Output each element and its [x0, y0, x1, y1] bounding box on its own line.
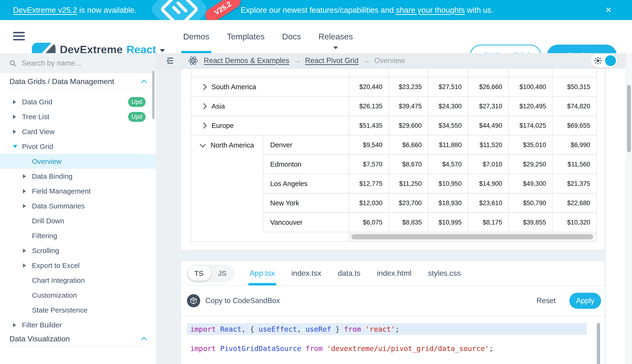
sun-icon	[594, 56, 602, 65]
sidebar-item-card-view[interactable]: Card View	[0, 124, 156, 139]
tab-styles-css[interactable]: styles.css	[428, 261, 461, 286]
pivot-value-cell: $8,835	[389, 213, 429, 232]
pivot-region-row: South America$20,440$23,235$27,510$26,66…	[191, 78, 596, 97]
pivot-value-cell: $8,670	[389, 155, 429, 174]
triangle-right-icon	[23, 264, 32, 268]
banner-close-icon[interactable]: ✕	[605, 0, 612, 20]
page-scrollbar-thumb[interactable]	[627, 85, 631, 152]
releases-dropdown-caret-icon	[333, 46, 338, 49]
pivot-value-cell: $6,075	[349, 213, 389, 232]
sidebar-section-title: Data Grids / Data Management	[10, 77, 114, 86]
sidebar-item-pivot-grid[interactable]: Pivot Grid	[0, 139, 156, 154]
nav-item-label: Templates	[227, 32, 265, 41]
devextreme-box-icon	[149, 0, 210, 20]
sidebar-scrollbar-thumb[interactable]	[152, 71, 155, 119]
tab-data-ts[interactable]: data.ts	[338, 261, 360, 286]
pivot-grid-demo-card: South America$20,440$23,235$27,510$26,66…	[181, 68, 605, 250]
pivot-region-row: Asia$26,135$39,475$24,300$27,310$120,495…	[191, 97, 596, 116]
sidebar-item-list: Data GridUpdTree ListUpdCard ViewPivot G…	[0, 90, 156, 332]
pivot-value-cell: $10,995	[429, 213, 469, 232]
sidebar-item-customization[interactable]: Customization	[0, 288, 156, 303]
pivot-value-cell: $10,950	[429, 174, 469, 194]
pivot-value-cell: $174,025	[509, 116, 553, 136]
sidebar-section-1[interactable]: Data Visualization	[0, 332, 156, 345]
apply-button[interactable]: Apply	[569, 293, 601, 309]
pivot-city-cell: Los Angeles	[263, 174, 349, 194]
language-toggle[interactable]: TS JS	[187, 265, 234, 282]
search-input[interactable]	[21, 59, 121, 68]
pivot-clipped-cell	[429, 69, 469, 78]
sidebar-item-state-persistence[interactable]: State Persistence	[0, 303, 156, 318]
nav-item-releases[interactable]: Releases	[318, 20, 353, 53]
nav-item-docs[interactable]: Docs	[282, 20, 301, 53]
sidebar-item-label: Data Binding	[32, 172, 73, 180]
page-scrollbar[interactable]	[626, 53, 632, 364]
sidebar-section-title: Data Visualization	[10, 334, 70, 343]
sidebar-item-data-grid[interactable]: Data GridUpd	[0, 94, 156, 109]
pivot-horizontal-scrollbar-thumb[interactable]	[351, 234, 593, 239]
version-badge: V25.2	[203, 0, 243, 20]
upd-badge: Upd	[128, 112, 146, 122]
code-token	[323, 344, 327, 353]
pivot-region-cell[interactable]: Asia	[191, 97, 349, 116]
framework-dropdown-caret-icon[interactable]	[160, 49, 165, 52]
tab-app-tsx[interactable]: App.tsx	[250, 261, 275, 286]
upd-badge: Upd	[128, 97, 146, 107]
code-scrollbar-thumb[interactable]	[597, 323, 600, 364]
breadcrumb-demos-link[interactable]: React Demos & Examples	[204, 56, 289, 65]
sidebar-item-label: Scrolling	[32, 247, 59, 255]
sidebar-item-field-management[interactable]: Field Management	[0, 184, 156, 198]
sidebar-item-drill-down[interactable]: Drill Down	[0, 214, 156, 228]
sidebar-item-filter-builder[interactable]: Filter Builder	[0, 318, 156, 332]
pivot-value-cell: $18,930	[429, 194, 469, 213]
breadcrumb-pivot-grid-link[interactable]: React Pivot Grid	[305, 56, 358, 65]
theme-toggle-knob[interactable]	[605, 55, 616, 66]
sidebar-item-data-binding[interactable]: Data Binding	[0, 169, 156, 184]
toggle-option-ts[interactable]: TS	[187, 265, 210, 282]
pivot-scroll-spacer	[191, 232, 349, 241]
pivot-value-cell: $23,610	[468, 194, 509, 213]
pivot-value-cell: $39,855	[509, 213, 553, 232]
pivot-value-cell: $74,820	[553, 97, 596, 116]
sidebar-item-overview[interactable]: Overview	[0, 154, 156, 169]
toggle-option-js[interactable]: JS	[210, 265, 234, 282]
sidebar-item-chart-integration[interactable]: Chart Integration	[0, 273, 156, 288]
sidebar: Data Grids / Data ManagementData GridUpd…	[0, 53, 156, 364]
sidebar-section-0[interactable]: Data Grids / Data Management	[0, 75, 156, 88]
pivot-value-cell: $9,540	[349, 136, 389, 155]
collapse-sidebar-icon[interactable]	[165, 56, 174, 65]
pivot-region-cell[interactable]: Europe	[191, 116, 349, 136]
sidebar-item-data-summaries[interactable]: Data Summaries	[0, 198, 156, 214]
toolbar-actions: Reset Apply	[537, 293, 601, 309]
copy-to-codesandbox-button[interactable]: Copy to CodeSandBox	[187, 294, 280, 307]
breadcrumb: React Demos & Examples → React Pivot Gri…	[204, 56, 405, 65]
code-token: ;	[395, 325, 399, 333]
sidebar-search[interactable]	[0, 53, 156, 73]
breadcrumb-separator: →	[363, 56, 370, 65]
theme-toggle[interactable]	[591, 54, 617, 68]
reset-button[interactable]: Reset	[537, 296, 556, 305]
tab-index-html[interactable]: index.html	[377, 261, 411, 286]
pivot-clipped-cell	[389, 69, 429, 78]
sidebar-item-scrolling[interactable]: Scrolling	[0, 243, 156, 258]
sidebar-item-export-to-excel[interactable]: Export to Excel	[0, 258, 156, 273]
sidebar-item-label: Field Management	[32, 187, 91, 195]
pivot-region-label: North America	[210, 142, 254, 149]
pivot-region-cell[interactable]: South America	[191, 78, 349, 97]
sidebar-item-filtering[interactable]: Filtering	[0, 228, 156, 243]
banner-version-link[interactable]: DevExtreme v25.2	[13, 6, 77, 14]
pivot-clipped-row	[191, 69, 596, 78]
code-token: 'react'	[365, 325, 395, 333]
code-token: ;	[489, 344, 493, 353]
nav-item-demos[interactable]: Demos	[183, 20, 209, 53]
pivot-region-cell-expanded[interactable]: North America	[191, 136, 263, 232]
sidebar-item-tree-list[interactable]: Tree ListUpd	[0, 109, 156, 124]
nav-item-label: Releases	[318, 32, 353, 41]
tab-index-tsx[interactable]: index.tsx	[291, 261, 321, 286]
pivot-value-cell: $11,560	[553, 155, 596, 174]
hamburger-menu-icon[interactable]	[13, 32, 25, 42]
pivot-horizontal-scrollbar[interactable]	[349, 232, 596, 241]
nav-item-templates[interactable]: Templates	[227, 20, 265, 53]
pivot-value-cell: $26,660	[468, 78, 509, 97]
share-thoughts-link[interactable]: share your thoughts	[396, 6, 465, 14]
